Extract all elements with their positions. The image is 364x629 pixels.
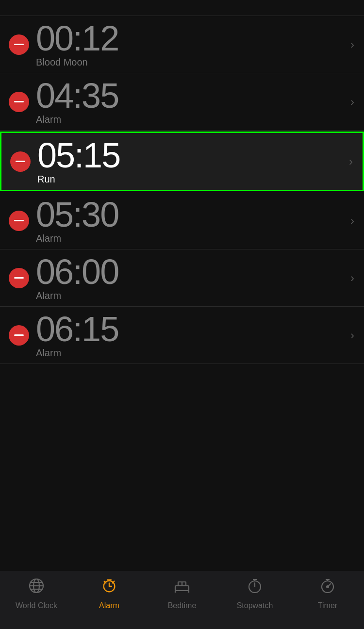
svg-point-24 — [327, 586, 329, 588]
header — [0, 0, 364, 16]
alarm-label: Alarm — [99, 601, 119, 610]
alarm-label: Alarm — [36, 348, 347, 359]
alarm-label: Alarm — [36, 233, 347, 244]
alarm-time: 06:00 — [36, 254, 347, 289]
alarm-item[interactable]: 04:35 Alarm › — [0, 73, 364, 131]
alarm-time: 05:15 — [37, 138, 345, 173]
alarm-list: 00:12 Blood Moon › 04:35 Alarm › 05:15 R… — [0, 16, 364, 364]
alarm-time: 06:15 — [36, 312, 347, 347]
alarm-item[interactable]: 05:15 Run › — [0, 132, 364, 191]
timer-icon — [319, 577, 336, 598]
chevron-right-icon: › — [350, 38, 354, 51]
world-clock-icon — [28, 577, 45, 598]
alarm-label: Run — [37, 174, 345, 185]
bedtime-icon — [173, 577, 191, 598]
alarm-label: Alarm — [36, 290, 347, 301]
alarm-item[interactable]: 00:12 Blood Moon › — [0, 16, 364, 73]
alarm-time: 05:30 — [36, 197, 347, 232]
alarm-item[interactable]: 06:00 Alarm › — [0, 249, 364, 307]
bedtime-label: Bedtime — [168, 601, 197, 610]
delete-button[interactable] — [9, 34, 29, 55]
alarm-info: 04:35 Alarm — [36, 78, 347, 125]
timer-label: Timer — [318, 601, 337, 610]
alarm-time: 00:12 — [36, 21, 347, 56]
alarm-item[interactable]: 05:30 Alarm › — [0, 192, 364, 249]
alarm-info: 00:12 Blood Moon — [36, 21, 347, 68]
chevron-right-icon: › — [350, 329, 354, 342]
stopwatch-label: Stopwatch — [237, 601, 273, 610]
tab-item-timer[interactable]: Timer — [296, 577, 359, 610]
tab-item-stopwatch[interactable]: Stopwatch — [223, 577, 286, 610]
alarm-info: 05:15 Run — [37, 138, 345, 185]
tab-item-bedtime[interactable]: Bedtime — [150, 577, 214, 610]
alarm-label: Blood Moon — [36, 57, 347, 68]
stopwatch-icon — [246, 577, 264, 598]
alarm-info: 06:00 Alarm — [36, 254, 347, 301]
delete-button[interactable] — [9, 92, 29, 112]
svg-rect-13 — [182, 582, 186, 586]
world-clock-label: World Clock — [16, 601, 57, 610]
alarm-info: 05:30 Alarm — [36, 197, 347, 244]
alarm-info: 06:15 Alarm — [36, 312, 347, 359]
delete-button[interactable] — [9, 268, 29, 288]
svg-rect-12 — [178, 582, 182, 586]
delete-button[interactable] — [9, 211, 29, 231]
alarm-label: Alarm — [36, 114, 347, 125]
chevron-right-icon: › — [350, 95, 354, 109]
delete-button[interactable] — [10, 151, 31, 172]
chevron-right-icon: › — [349, 155, 353, 168]
tab-bar: World Clock Alarm Bedtime Stopwatch Time — [0, 571, 364, 629]
delete-button[interactable] — [9, 325, 29, 346]
alarm-time: 04:35 — [36, 78, 347, 113]
alarm-icon — [100, 577, 118, 598]
tab-item-alarm[interactable]: Alarm — [78, 577, 141, 610]
alarm-item[interactable]: 06:15 Alarm › — [0, 307, 364, 364]
chevron-right-icon: › — [350, 214, 354, 228]
chevron-right-icon: › — [350, 271, 354, 285]
tab-item-world-clock[interactable]: World Clock — [5, 577, 68, 610]
svg-rect-11 — [175, 586, 189, 591]
